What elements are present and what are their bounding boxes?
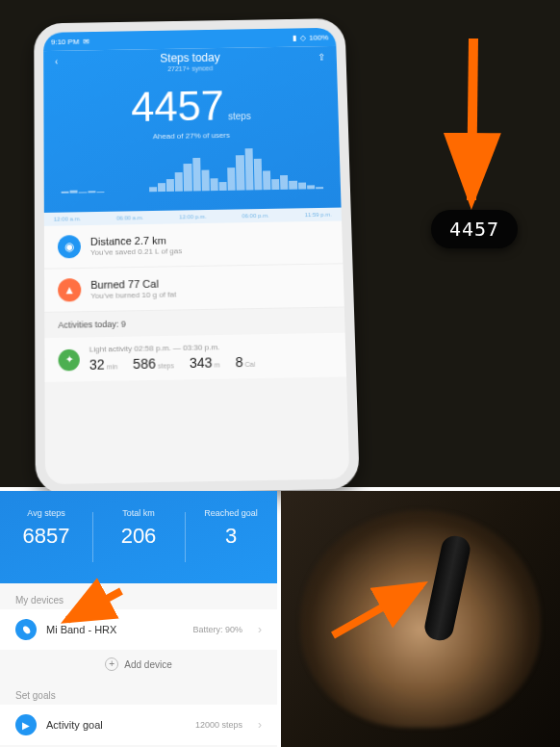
hourly-bar	[280, 175, 289, 190]
step-count-unit: steps	[228, 111, 251, 121]
hourly-bar	[70, 190, 78, 193]
hourly-bar	[210, 178, 217, 191]
mi-band-tracker-device: 4457	[431, 210, 518, 248]
hourly-bar	[192, 158, 201, 192]
arrow-to-touch-point	[329, 578, 435, 649]
step-count: 4457steps	[55, 81, 327, 132]
hourly-bar	[79, 192, 87, 193]
battery-icon: 100%	[309, 33, 328, 41]
svg-line-2	[333, 585, 421, 635]
app-profile-panel: Avg steps 6857 Total km 206 Reached goal…	[0, 491, 277, 747]
arrow-to-tracker	[435, 39, 512, 216]
time-label: 06:00 p.m.	[242, 213, 268, 219]
band-icon: ⬮	[12, 615, 41, 645]
tracker-display-value: 4457	[449, 218, 499, 241]
plus-icon: +	[105, 657, 118, 671]
hourly-bar	[62, 192, 69, 193]
time-label: 11:59 p.m.	[305, 212, 332, 218]
steps-hero: ‹ ⇪ Steps today 27217+ synced 4457steps …	[43, 46, 341, 213]
time-label: 12:00 a.m.	[54, 216, 81, 221]
wifi-icon: ◇	[299, 34, 305, 42]
photo-hand-with-band	[281, 491, 560, 747]
share-icon[interactable]: ⇪	[318, 52, 325, 63]
hourly-bar	[236, 155, 244, 191]
stat-total-km[interactable]: Total km 206	[92, 491, 185, 583]
chevron-right-icon: ›	[258, 718, 262, 732]
hourly-bar	[290, 181, 297, 190]
hourly-bar	[227, 167, 236, 191]
distance-title: Distance 2.7 km	[90, 234, 182, 247]
chevron-right-icon: ›	[258, 623, 262, 636]
add-device-button[interactable]: + Add device	[0, 650, 277, 679]
play-icon: ▶	[15, 714, 37, 735]
hourly-steps-chart	[55, 147, 329, 193]
hourly-bar	[244, 148, 253, 190]
hourly-bar	[175, 172, 183, 192]
location-pin-icon: ◉	[58, 235, 81, 258]
hourly-bar	[263, 171, 271, 191]
signal-icon: ▮	[292, 34, 295, 42]
activity-goal-name: Activity goal	[46, 719, 186, 731]
activity-goal-value: 12000 steps	[195, 720, 242, 730]
hourly-bar	[96, 192, 104, 193]
device-row-mi-band[interactable]: ⬮ Mi Band - HRX Battery: 90% ›	[0, 609, 277, 650]
flame-icon: ▲	[58, 278, 81, 302]
hourly-bar	[201, 170, 210, 192]
hourly-bar	[166, 179, 174, 192]
hourly-bar	[158, 183, 165, 192]
hourly-bar	[88, 191, 95, 193]
activity-item[interactable]: ✦ Light activity 02:58 p.m. — 03:30 p.m.…	[44, 333, 346, 382]
calories-title: Burned 77 Cal	[90, 277, 176, 291]
set-goals-label: Set goals	[0, 679, 277, 705]
stat-avg-steps[interactable]: Avg steps 6857	[0, 491, 92, 583]
hourly-bar	[149, 187, 157, 193]
calories-row[interactable]: ▲ Burned 77 Cal You've burned 10 g of fa…	[44, 264, 344, 313]
hourly-bar	[219, 182, 227, 191]
hourly-bar	[316, 187, 323, 189]
hourly-bar	[254, 159, 263, 191]
photo-phone-and-tracker: 9:10 PM ✉ ▮ ◇ 100% ‹ ⇪ Steps today 27217…	[0, 0, 560, 487]
notification-icon: ✉	[83, 37, 89, 45]
stat-reached-goal[interactable]: Reached goal 3	[185, 491, 277, 583]
calories-subtitle: You've burned 10 g of fat	[90, 290, 176, 300]
back-arrow-icon[interactable]: ‹	[55, 57, 58, 67]
time-label: 06:00 a.m.	[116, 215, 143, 220]
walk-icon: ✦	[59, 348, 80, 371]
activity-stats: 32min 586steps 343m 8Cal	[89, 351, 333, 374]
hourly-bar	[307, 185, 315, 189]
distance-row[interactable]: ◉ Distance 2.7 km You've saved 0.21 L of…	[44, 220, 344, 269]
device-battery: Battery: 90%	[192, 625, 242, 634]
hourly-bar	[271, 179, 279, 190]
status-time: 9:10 PM	[51, 38, 79, 46]
hourly-bar	[298, 183, 306, 190]
activity-goal-row[interactable]: ▶ Activity goal 12000 steps ›	[0, 705, 277, 745]
summary-stats: Avg steps 6857 Total km 206 Reached goal…	[0, 491, 277, 583]
step-count-value: 4457	[131, 83, 224, 130]
svg-line-1	[67, 591, 121, 620]
svg-line-0	[471, 39, 473, 200]
my-devices-label: My devices	[0, 583, 277, 609]
phone-mockup: 9:10 PM ✉ ▮ ◇ 100% ‹ ⇪ Steps today 27217…	[34, 18, 360, 495]
distance-subtitle: You've saved 0.21 L of gas	[90, 246, 182, 257]
time-label: 12:00 p.m.	[179, 214, 206, 219]
arrow-to-my-devices	[62, 589, 129, 631]
hourly-bar	[184, 164, 192, 191]
